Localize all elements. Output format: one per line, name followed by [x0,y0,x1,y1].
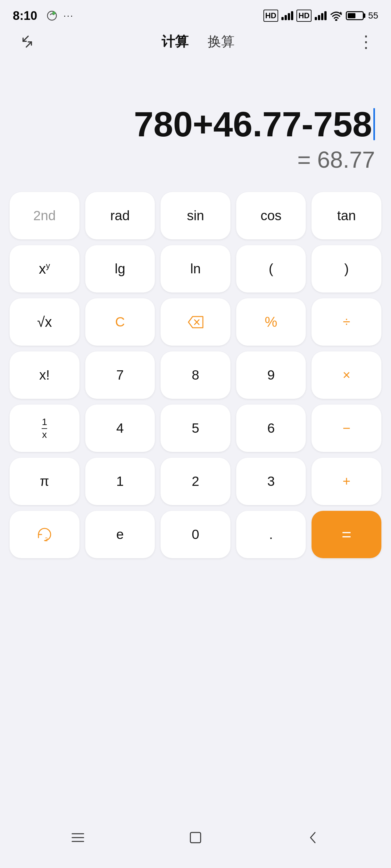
key-rotate[interactable]: 2 [9,511,80,558]
key-ln-label: ln [190,261,201,277]
status-bar: 8:10 ··· HD HD [0,0,391,26]
wifi-icon [330,10,343,21]
key-close-paren[interactable]: ) [311,245,381,292]
key-sin-label: sin [187,208,204,223]
key-add-label: + [343,474,351,489]
key-ln[interactable]: ln [161,245,230,292]
tab-calculator[interactable]: 计算 [162,33,189,51]
key-4[interactable]: 4 [85,405,155,452]
signal-bars-2 [315,11,327,20]
key-divide[interactable]: ÷ [311,298,381,346]
key-row-2: √xC %÷ [9,298,381,346]
hd-badge-2: HD [297,9,311,22]
key-open-paren[interactable]: ( [236,245,306,292]
key-pi[interactable]: π [9,458,80,505]
expression-display: 780+46.77-758 [134,105,375,144]
notification-icon [46,10,58,22]
backspace-icon [187,315,204,329]
key-row-3: x!789× [9,351,381,399]
key-percent[interactable]: % [236,298,306,346]
result-display: = 68.77 [298,147,375,173]
key-6[interactable]: 6 [236,405,306,452]
key-1[interactable]: 1 [85,458,155,505]
key-tan-label: tan [337,208,356,223]
key-sin[interactable]: sin [161,192,230,239]
key-8[interactable]: 8 [161,351,230,399]
svg-text:2: 2 [45,537,48,542]
key-2nd[interactable]: 2nd [9,192,80,239]
key-9-label: 9 [267,367,275,383]
key-row-5: π123+ [9,458,381,505]
key-lg[interactable]: lg [85,245,155,292]
key-2nd-label: 2nd [33,208,56,223]
sqrt-label: √x [37,314,52,330]
svg-point-1 [52,11,55,15]
key-tan[interactable]: tan [311,192,381,239]
status-icons: HD HD 55 [263,9,379,22]
key-cos-label: cos [260,208,281,223]
nav-menu-button[interactable] [65,825,91,850]
square-icon [187,829,204,846]
key-5-label: 5 [192,421,199,436]
key-cos[interactable]: cos [236,192,306,239]
menu-button[interactable]: ⋮ [358,33,375,50]
status-time: 8:10 [13,9,37,23]
collapse-icon [19,34,35,50]
hamburger-icon [69,829,86,846]
key-e[interactable]: e [85,511,155,558]
svg-rect-17 [190,833,201,843]
bottom-nav [0,817,391,868]
battery-icon [346,11,364,20]
key-9[interactable]: 9 [236,351,306,399]
signal-bars-1 [281,11,293,20]
key-rad-label: rad [110,208,130,223]
top-bar-tabs: 计算 换算 [162,33,234,51]
key-factorial[interactable]: x! [9,351,80,399]
key-2[interactable]: 2 [161,458,230,505]
hd-badge-1: HD [263,9,279,22]
key-3[interactable]: 3 [236,458,306,505]
svg-line-5 [23,36,28,41]
key-equals[interactable]: = [311,511,381,558]
key-1-label: 1 [116,474,124,489]
power-label: xy [39,261,50,277]
nav-home-button[interactable] [183,825,208,850]
key-equals-label: = [342,525,351,544]
key-0[interactable]: 0 [161,511,230,558]
key-row-4: 1 x 456− [9,405,381,452]
key-0-label: 0 [192,527,199,542]
key-lg-label: lg [115,261,125,277]
key-divide-label: ÷ [343,314,350,330]
key-multiply[interactable]: × [311,351,381,399]
key-clear[interactable]: C [85,298,155,346]
key-7[interactable]: 7 [85,351,155,399]
cursor [373,108,375,140]
percent-label: % [265,314,277,330]
key-factorial-label: x! [39,367,50,383]
key-backspace[interactable] [161,298,230,346]
key-row-1: xylgln() [9,245,381,292]
fraction-label: 1 x [42,416,47,440]
back-icon [305,829,322,846]
rotate-icon: 2 [35,525,54,544]
key-subtract[interactable]: − [311,405,381,452]
status-left: 8:10 ··· [13,9,74,23]
key-7-label: 7 [116,367,124,383]
key-dot-label: . [269,527,273,542]
key-dot[interactable]: . [236,511,306,558]
nav-back-button[interactable] [300,825,326,850]
key-reciprocal[interactable]: 1 x [9,405,80,452]
svg-point-2 [335,19,337,21]
keyboard: 2ndradsincostanxylgln()√xC %÷x!789× 1 x … [0,186,391,565]
key-8-label: 8 [192,367,199,383]
key-5[interactable]: 5 [161,405,230,452]
key-rad[interactable]: rad [85,192,155,239]
key-open-paren-label: ( [269,261,273,277]
key-sqrt[interactable]: √x [9,298,80,346]
key-power[interactable]: xy [9,245,80,292]
notification-dots: ··· [63,10,74,21]
collapse-button[interactable] [16,30,38,53]
tab-converter[interactable]: 换算 [208,33,234,51]
key-close-paren-label: ) [344,261,349,277]
key-add[interactable]: + [311,458,381,505]
